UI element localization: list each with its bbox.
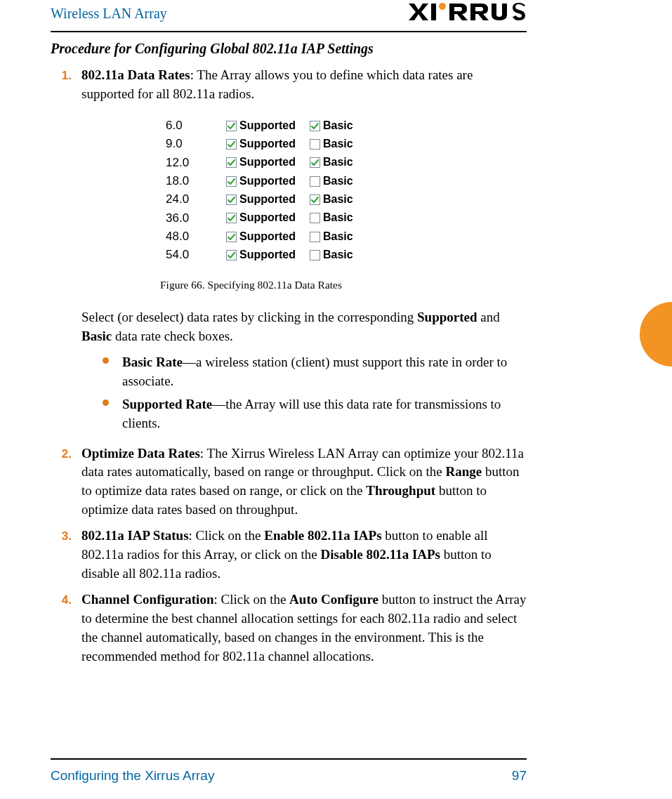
basic-label: Basic — [323, 136, 353, 153]
step-4: 4. Channel Configuration: Click on the A… — [51, 590, 528, 666]
brand-logo — [407, 1, 527, 22]
text-bold: Disable 802.11a IAPs — [321, 547, 441, 562]
rate-value: 18.0 — [166, 172, 223, 190]
text-bold: Range — [445, 464, 482, 479]
xirrus-logo-s-icon — [513, 1, 527, 22]
supported-label: Supported — [239, 173, 296, 190]
page-header: Wireless LAN Array — [51, 6, 527, 32]
body-content: 1. 802.11a Data Rates: The Array allows … — [51, 66, 528, 673]
supported-label: Supported — [239, 228, 296, 246]
supported-checkbox[interactable]: Supported — [226, 246, 296, 264]
supported-label: Supported — [239, 246, 296, 264]
rate-row: 48.0 Supported Basic — [166, 227, 528, 246]
checkbox-icon — [226, 157, 237, 168]
checkbox-icon — [226, 121, 237, 131]
text-run: data rate check boxes. — [112, 329, 233, 343]
rate-row: 36.0 Supported Basic — [166, 209, 528, 227]
step-number: 3. — [51, 527, 72, 583]
figure-caption: Figure 66. Specifying 802.11a Data Rates — [160, 277, 528, 293]
step-3-bold: 802.11a IAP Status — [81, 528, 189, 543]
supported-label: Supported — [239, 154, 296, 171]
rate-value: 24.0 — [166, 190, 223, 209]
basic-checkbox[interactable]: Basic — [310, 191, 353, 209]
checkbox-icon — [226, 176, 237, 187]
text-bold: Enable 802.11a IAPs — [264, 528, 381, 543]
basic-checkbox[interactable]: Basic — [310, 228, 353, 246]
basic-label: Basic — [323, 191, 353, 209]
checkbox-icon — [226, 194, 237, 205]
rate-value: 48.0 — [166, 227, 223, 246]
header-title: Wireless LAN Array — [51, 6, 167, 21]
supported-checkbox[interactable]: Supported — [226, 173, 296, 190]
section-heading: Procedure for Configuring Global 802.11a… — [51, 41, 374, 57]
basic-label: Basic — [323, 117, 353, 135]
bullet-icon — [103, 395, 112, 433]
rate-row: 9.0 Supported Basic — [166, 135, 528, 153]
step-4-text: Channel Configuration: Click on the Auto… — [81, 590, 528, 666]
supported-checkbox[interactable]: Supported — [226, 228, 296, 246]
xirrus-logo-icon — [407, 1, 513, 22]
step-number: 2. — [51, 444, 72, 520]
rate-row: 54.0 Supported Basic — [166, 246, 528, 264]
svg-point-1 — [439, 3, 446, 10]
text-bold: Basic — [81, 329, 112, 343]
supported-checkbox[interactable]: Supported — [226, 136, 296, 153]
step-1-bold: 802.11a Data Rates — [81, 67, 190, 82]
rate-value: 6.0 — [166, 117, 223, 135]
supported-checkbox[interactable]: Supported — [226, 191, 296, 209]
step-3: 3. 802.11a IAP Status: Click on the Enab… — [51, 527, 528, 583]
basic-checkbox[interactable]: Basic — [310, 136, 353, 153]
supported-checkbox[interactable]: Supported — [226, 154, 296, 171]
page-footer: Configuring the Xirrus Array 97 — [51, 768, 527, 784]
basic-label: Basic — [323, 209, 353, 227]
checkbox-icon — [226, 213, 237, 223]
supported-label: Supported — [239, 191, 296, 209]
text-run: : Click on the — [189, 528, 265, 543]
step-1: 1. 802.11a Data Rates: The Array allows … — [51, 66, 528, 437]
checkbox-icon — [310, 139, 320, 150]
basic-checkbox[interactable]: Basic — [310, 117, 353, 135]
rate-value: 9.0 — [166, 135, 223, 153]
step-number: 4. — [51, 590, 72, 666]
checkbox-icon — [310, 176, 320, 187]
basic-checkbox[interactable]: Basic — [310, 173, 353, 190]
supported-checkbox[interactable]: Supported — [226, 209, 296, 227]
sub-item-bold: Basic Rate — [122, 355, 183, 369]
checkbox-icon — [310, 157, 320, 168]
step-2-bold: Optimize Data Rates — [81, 446, 200, 461]
page-number: 97 — [512, 768, 527, 784]
checkbox-icon — [310, 250, 320, 260]
supported-label: Supported — [239, 136, 296, 153]
sub-item-supported-rate: Supported Rate—the Array will use this d… — [103, 395, 528, 433]
sub-item-text: Supported Rate—the Array will use this d… — [122, 395, 528, 433]
step-4-bold: Channel Configuration — [81, 592, 213, 607]
checkbox-icon — [310, 213, 320, 223]
sub-item-text: Basic Rate—a wireless station (client) m… — [122, 353, 528, 391]
rate-value: 12.0 — [166, 154, 223, 172]
figure-66: 6.0 Supported Basic 9.0 — [81, 117, 528, 293]
basic-checkbox[interactable]: Basic — [310, 246, 353, 264]
checkbox-icon — [226, 232, 237, 242]
data-rates-table: 6.0 Supported Basic 9.0 — [166, 117, 528, 265]
supported-label: Supported — [239, 209, 296, 227]
sub-bullet-list: Basic Rate—a wireless station (client) m… — [103, 353, 528, 433]
text-bold: Auto Configure — [289, 592, 378, 607]
text-bold: Supported — [417, 310, 477, 324]
basic-checkbox[interactable]: Basic — [310, 209, 353, 227]
sub-item-bold: Supported Rate — [122, 397, 212, 411]
supported-checkbox[interactable]: Supported — [226, 117, 296, 135]
basic-checkbox[interactable]: Basic — [310, 154, 353, 171]
rate-value: 54.0 — [166, 246, 223, 264]
footer-rule — [51, 758, 527, 760]
step-2-text: Optimize Data Rates: The Xirrus Wireless… — [81, 444, 528, 520]
bullet-icon — [103, 353, 112, 391]
checkbox-icon — [310, 194, 320, 205]
text-bold: Throughput — [366, 483, 435, 498]
step-2: 2. Optimize Data Rates: The Xirrus Wirel… — [51, 444, 528, 520]
sub-item-basic-rate: Basic Rate—a wireless station (client) m… — [103, 353, 528, 391]
basic-label: Basic — [323, 228, 353, 246]
basic-label: Basic — [323, 173, 353, 190]
checkbox-icon — [310, 232, 320, 242]
basic-label: Basic — [323, 154, 353, 171]
checkbox-icon — [226, 250, 237, 260]
